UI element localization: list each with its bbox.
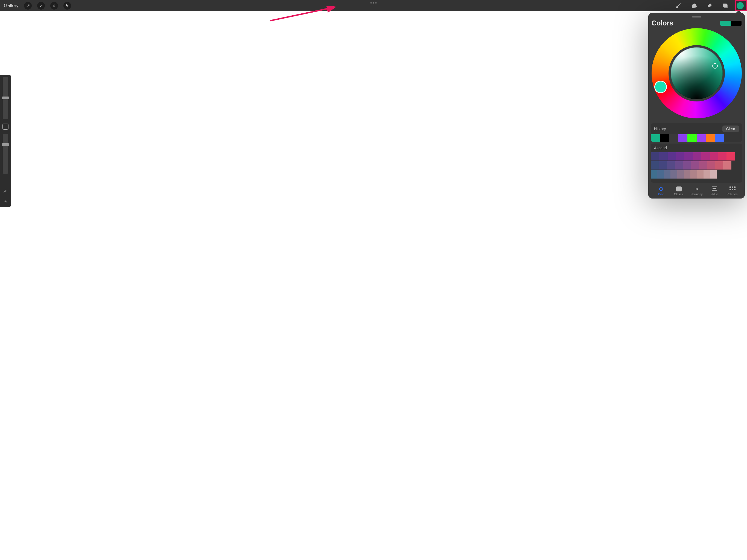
wand-icon (39, 4, 43, 8)
wrench-icon (26, 4, 30, 8)
adjustments-button[interactable] (37, 2, 45, 9)
brush-opacity-slider[interactable] (3, 134, 8, 174)
top-toolbar: Gallery (0, 0, 347, 11)
brush-opacity-thumb[interactable] (2, 143, 9, 146)
redo-button[interactable] (3, 200, 8, 205)
actions-button[interactable] (24, 2, 32, 9)
selection-s-icon (52, 4, 56, 8)
selection-button[interactable] (50, 2, 58, 9)
gallery-button[interactable]: Gallery (4, 3, 19, 8)
brush-size-slider[interactable] (3, 77, 8, 119)
undo-button[interactable] (3, 189, 8, 195)
brush-size-thumb[interactable] (2, 97, 9, 99)
sidebar-modify-button[interactable] (2, 124, 8, 130)
left-sidebar (0, 75, 11, 207)
cursor-arrow-icon (65, 4, 70, 8)
transform-button[interactable] (63, 2, 71, 9)
